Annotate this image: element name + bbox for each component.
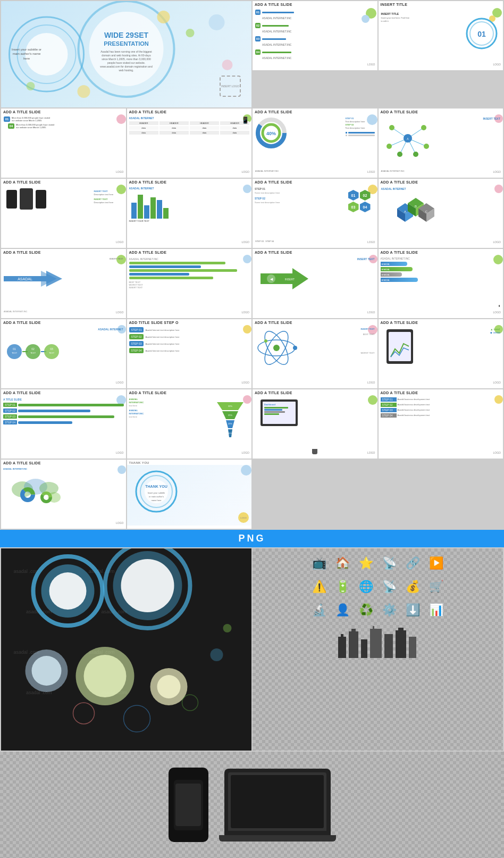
- icon-cityscape: [335, 626, 421, 658]
- svg-point-25: [389, 125, 394, 130]
- slide-logo-5: LOGO: [367, 170, 375, 173]
- slide-network-map[interactable]: ADD A TITLE SLIDE A INSERT TEXT: [379, 109, 503, 178]
- icons-row-2: ⚠️ 🔋 🌐 📡 💰 🛒: [310, 577, 446, 596]
- slide-logo-22: LOGO: [493, 451, 501, 454]
- svg-point-103: [73, 703, 95, 724]
- svg-rect-111: [351, 629, 356, 631]
- slide-logo-19: LOGO: [116, 451, 123, 454]
- svg-point-65: [273, 345, 280, 351]
- png-dark-bg: asadal .com asadal .com asadal .com asad…: [1, 548, 251, 751]
- slide-step-o[interactable]: ADD TITLE SLIDE STEP O STEP 01 Asadal In…: [127, 319, 252, 388]
- svg-rect-118: [409, 637, 416, 658]
- slide-circle-steps[interactable]: ADD A TITLE SLIDE 01 TEXT 02 TEXT 03 TEX…: [1, 319, 126, 388]
- slide-mobile-phones[interactable]: ADD A TITLE SLIDE INSERT TEXT Descriptio…: [1, 179, 126, 248]
- icon-network: 🔗: [404, 554, 423, 573]
- slide-hex-steps[interactable]: ADD A TITLE SLIDE STEP 01 Some text desc…: [253, 179, 377, 248]
- slide-logo-1: LOGO: [367, 63, 375, 66]
- svg-text:40%: 40%: [266, 131, 276, 136]
- svg-text:C: C: [425, 210, 427, 213]
- slide-logo-4: LOGO: [242, 170, 249, 173]
- svg-text:25%: 25%: [228, 414, 232, 416]
- slide-world-map[interactable]: ADD A TITLE SLIDE ASADAL INTERNET.INC LO…: [1, 460, 126, 529]
- slide-info-table[interactable]: ADD A TITLE SLIDE ASADAL INTERNET HEADER…: [127, 109, 252, 178]
- slide-logo-21: LOGO: [367, 451, 375, 454]
- slide-logo-20: LOGO: [242, 451, 249, 454]
- icon-tv: 📺: [310, 554, 329, 573]
- slide-funnel[interactable]: ADD A TITLE SLIDE 30% 25% 20% 15% ASADAL…: [127, 389, 252, 459]
- icon-gear: ⚙️: [380, 601, 399, 620]
- svg-point-28: [424, 144, 429, 149]
- slide-logo-11: LOGO: [116, 311, 123, 314]
- slide-logo-12: LOGO: [242, 311, 249, 314]
- slide-circle-chart[interactable]: ADD A TITLE SLIDE 40% STEP 01 Text descr…: [253, 109, 377, 178]
- slide-logo-18: LOGO: [493, 381, 501, 384]
- svg-point-107: [223, 624, 232, 632]
- slide-title-3: ADD A TITLE SLIDE: [127, 109, 252, 114]
- svg-point-26: [421, 125, 426, 130]
- png-icons-bg: 📺 🏠 ⭐ 📡 🔗 ▶️ ⚠️ 🔋 🌐 📡 💰 🛒 🔬 👤 ♻️ ⚙️ ⬇️ 📊: [253, 548, 503, 751]
- svg-point-106: [211, 648, 223, 661]
- slide-insert-title[interactable]: INSERT TITLE 01 INSERT TITLE Insert your…: [379, 1, 503, 70]
- slide-green-arrow[interactable]: ADD A TITLE SLIDE ◀ INSERT INSERT TEXT L…: [253, 249, 377, 318]
- slide-title-12: ADD A TITLE SLIDE: [253, 249, 377, 255]
- svg-text:name here: name here: [151, 499, 162, 502]
- slide-steps-colored[interactable]: ADD A TITLE SLIDE STEP 01 Asadal busines…: [379, 389, 503, 459]
- icon-warning: ⚠️: [310, 577, 329, 596]
- svg-text:01: 01: [13, 347, 16, 351]
- svg-point-5: [157, 11, 170, 23]
- slide-info-list-1[interactable]: ADD A TITLE SLIDE 01 More than 3,000,000…: [1, 109, 126, 178]
- icon-play: ▶️: [427, 554, 446, 573]
- slide-title-6: ADD A TITLE SLIDE: [1, 179, 126, 185]
- svg-point-6: [186, 29, 195, 37]
- slide-horizontal-bars[interactable]: ADD A TITLE SLIDE ASADAL INTERNET.INC BE…: [127, 249, 252, 318]
- slide-double-arrow[interactable]: ADD A TITLE SLIDE ASADAL INSERT TEXT ASA…: [1, 249, 126, 318]
- hero-slide[interactable]: Insert your subtitle or main author's na…: [1, 1, 251, 107]
- slide-logo-23: LOGO: [116, 521, 123, 524]
- slide-title-20: ADD A TITLE SLIDE: [253, 389, 377, 395]
- svg-text:15%: 15%: [228, 432, 232, 435]
- svg-point-9: [27, 82, 35, 90]
- icon-cart: 🛒: [427, 577, 446, 596]
- slide-3d-cubes[interactable]: ADD A TITLE SLIDE A B C ASADA: [379, 179, 503, 248]
- icon-star: ⭐: [357, 554, 376, 573]
- slide-thankyou[interactable]: THANK YOU THANK YOU Insert your subtitle…: [127, 460, 252, 529]
- icon-piechart: 📊: [427, 601, 446, 620]
- slide-logo-6: LOGO: [493, 170, 501, 173]
- slide-logo-8: LOGO: [242, 240, 249, 244]
- slide-title-insert: INSERT TITLE: [379, 1, 503, 7]
- svg-rect-108: [338, 637, 346, 658]
- slide-title-14: ADD A TITLE SLIDE: [1, 319, 126, 325]
- slide-atom[interactable]: ADD A TITLE SLIDE INSERT TEXT BEST TEXT …: [253, 319, 377, 388]
- slide-title-7: ADD A TITLE SLIDE: [127, 179, 252, 185]
- svg-point-30: [413, 152, 418, 157]
- slide-logo-15: LOGO: [116, 381, 123, 384]
- slide-title-1: ADD A TITLE SLIDE: [253, 1, 377, 7]
- slide-3d-arrows[interactable]: ADD A TITLE SLIDE ASADAL INTERNET.INC AS…: [379, 249, 503, 318]
- hero-main-text: WIDE 29SET PRESENTATION Asadal has been …: [100, 31, 153, 72]
- slide-title-8: ADD A TITLE SLIDE: [253, 179, 377, 185]
- slide-tablet-graph[interactable]: ADD A TITLE SLIDE ▲ trend ◆ series LOGO: [379, 319, 503, 388]
- icon-battery: 🔋: [333, 577, 352, 596]
- svg-rect-114: [373, 626, 374, 629]
- svg-point-7: [209, 14, 225, 30]
- icon-globe: 🌐: [357, 577, 376, 596]
- slide-numbered-list[interactable]: ADD A TITLE SLIDE 01 ASADAL INTERNET.INC…: [253, 1, 377, 70]
- icon-rss: 📡: [380, 554, 399, 573]
- slide-title-18: ADD A TITLE SLIDE: [1, 389, 126, 395]
- icons-row-3: 🔬 👤 ♻️ ⚙️ ⬇️ 📊: [310, 601, 446, 620]
- icon-satellite: 📡: [380, 577, 399, 596]
- svg-point-105: [182, 695, 198, 711]
- svg-text:TEXT: TEXT: [30, 352, 36, 354]
- slide-monitor[interactable]: ADD A TITLE SLIDE Dashboard LOGO: [253, 389, 377, 459]
- slide-logo-7: LOGO: [116, 240, 123, 244]
- slide-title-21: ADD A TITLE SLIDE: [379, 389, 503, 395]
- svg-text:TEXT: TEXT: [49, 352, 55, 354]
- svg-text:INSERT: INSERT: [285, 278, 295, 281]
- slide-hbars-steps[interactable]: ADD A TITLE SLIDE A TITLE SLIDE STEP 01 …: [1, 389, 126, 459]
- svg-rect-116: [396, 630, 406, 658]
- svg-point-96: [121, 559, 174, 612]
- slide-logo-13: LOGO: [367, 311, 375, 314]
- slide-bar-chart[interactable]: ADD A TITLE SLIDE ASADAL INTERNET INSERT…: [127, 179, 252, 248]
- svg-text:or main author's: or main author's: [148, 495, 164, 498]
- svg-text:03: 03: [50, 347, 53, 351]
